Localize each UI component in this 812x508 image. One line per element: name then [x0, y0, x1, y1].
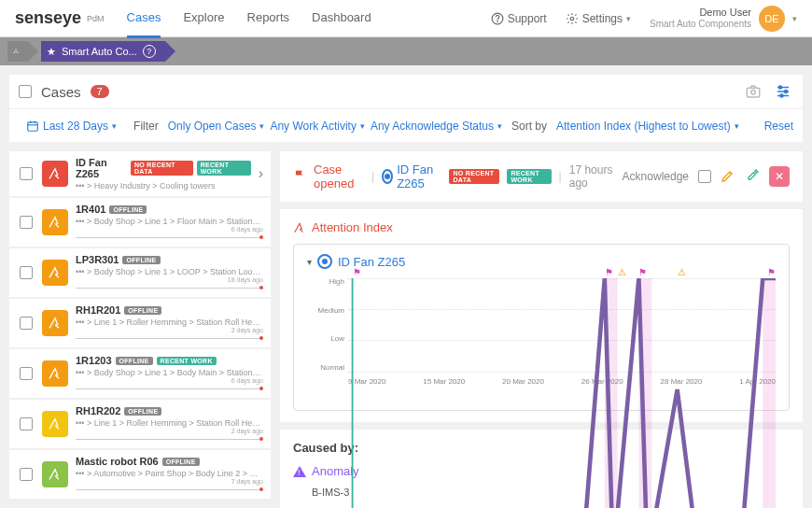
attention-chart[interactable]: High Medium Low Normal ⚑ ⚑ ⚠ ⚑ ⚠ ⚑ [348, 278, 776, 372]
svg-rect-4 [14, 52, 15, 53]
attention-icon [293, 221, 306, 234]
case-name: Mastic robot R06 [76, 456, 159, 467]
svg-point-11 [779, 86, 782, 89]
tab-reports[interactable]: Reports [247, 0, 290, 38]
case-checkbox[interactable] [20, 468, 33, 481]
attention-title: Attention Index [293, 220, 790, 234]
acknowledge-checkbox[interactable] [698, 170, 711, 183]
activity-filter[interactable]: Any Work Activity▾ [270, 120, 364, 133]
open-filter[interactable]: Only Open Cases▾ [168, 120, 265, 133]
calendar-icon [26, 120, 39, 133]
breadcrumb-root[interactable] [7, 41, 28, 62]
tab-cases[interactable]: Cases [127, 0, 161, 38]
case-checkbox[interactable] [20, 216, 33, 229]
case-name: 1R401 [76, 204, 105, 215]
edit-icon[interactable] [721, 168, 735, 186]
breadcrumb-item[interactable]: ★ Smart Auto Co... ? [41, 41, 165, 62]
acknowledge-label: Acknowledge [623, 170, 689, 183]
flag-marker-icon: ⚑ [605, 267, 613, 277]
svg-rect-20 [763, 278, 776, 508]
case-name: LP3R301 [76, 254, 119, 265]
case-path: ••• > Automotive > Paint Shop > Body Lin… [76, 469, 263, 478]
info-icon[interactable]: ? [143, 45, 156, 58]
attention-section: Attention Index ▾ ID Fan Z265 High Mediu… [280, 209, 803, 422]
target-icon [382, 169, 393, 184]
severity-icon [42, 461, 68, 487]
warning-marker-icon: ⚠ [618, 267, 626, 277]
nav-tabs: Cases Explore Reports Dashboard [127, 0, 371, 38]
svg-point-7 [751, 91, 756, 95]
acknowledge-filter[interactable]: Any Acknowledge Status▾ [371, 120, 502, 133]
svg-point-2 [570, 17, 574, 21]
case-row[interactable]: LP3R301OFFLINE ••• > Body Shop > Line 1 … [9, 248, 271, 297]
flag-icon [293, 169, 306, 185]
case-row[interactable]: RH1R202OFFLINE ••• > Line 1 > Roller Hem… [9, 400, 271, 448]
user-name: Demo User [650, 7, 751, 19]
help-icon [491, 12, 504, 25]
svg-rect-14 [28, 121, 38, 130]
sort-label: Sort by [511, 120, 547, 133]
status-pill: NO RECENT DATA [131, 161, 193, 176]
tab-dashboard[interactable]: Dashboard [312, 0, 371, 38]
case-path: ••• > Heavy Industry > Cooling towers [76, 181, 251, 190]
status-pill: RECENT WORK [197, 161, 251, 176]
severity-icon [42, 411, 68, 437]
user-org: Smart Auto Components [650, 19, 751, 30]
svg-point-13 [780, 94, 783, 97]
cases-count-badge: 7 [91, 85, 109, 98]
flag-marker-icon: ⚑ [353, 267, 361, 277]
sparkline: 6 days ago [76, 379, 263, 392]
status-pill: OFFLINE [109, 205, 147, 214]
sparkline: 6 days ago [76, 228, 263, 241]
date-filter[interactable]: Last 28 Days▾ [19, 116, 124, 136]
chevron-down-icon: ▾ [626, 14, 631, 23]
breadcrumb-bar: ★ Smart Auto Co... ? [0, 37, 812, 65]
status-pill: OFFLINE [122, 256, 160, 264]
case-row[interactable]: RH1R201OFFLINE ••• > Line 1 > Roller Hem… [9, 299, 271, 347]
status-pill: OFFLINE [124, 407, 161, 416]
sparkline: 2 days ago [76, 329, 263, 342]
case-checkbox[interactable] [20, 367, 33, 380]
topbar: senseye PdM Cases Explore Reports Dashbo… [0, 0, 812, 37]
page-title: Cases [41, 84, 81, 100]
avatar: DE [759, 6, 785, 32]
flag-marker-icon: ⚑ [767, 267, 776, 277]
camera-icon[interactable] [743, 81, 763, 102]
support-link[interactable]: Support [491, 12, 547, 25]
filter-settings-icon[interactable] [773, 81, 793, 102]
case-checkbox[interactable] [20, 167, 33, 180]
y-axis: High Medium Low Normal [307, 278, 344, 372]
case-checkbox[interactable] [20, 317, 33, 330]
sparkline: 7 days ago [76, 480, 263, 493]
no-recent-data-pill: NO RECENT DATA [449, 169, 499, 184]
severity-icon [42, 260, 68, 286]
case-row[interactable]: ID Fan Z265NO RECENT DATARECENT WORK •••… [9, 151, 271, 196]
status-pill: RECENT WORK [157, 357, 217, 365]
recent-work-pill: RECENT WORK [507, 169, 551, 184]
detail-header: Case opened | ID Fan Z265 NO RECENT DATA… [280, 151, 803, 202]
svg-rect-6 [747, 88, 760, 97]
case-name: RH1R202 [76, 405, 120, 416]
close-button[interactable]: ✕ [769, 166, 790, 187]
sort-filter[interactable]: Attention Index (Highest to Lowest)▾ [556, 120, 739, 133]
status-pill: OFFLINE [124, 306, 161, 315]
tools-icon[interactable] [745, 168, 760, 186]
case-row[interactable]: 1R1203OFFLINERECENT WORK ••• > Body Shop… [9, 349, 271, 398]
svg-rect-3 [16, 49, 17, 50]
tab-explore[interactable]: Explore [183, 0, 224, 38]
cases-header: Cases 7 [9, 75, 803, 108]
reset-button[interactable]: Reset [764, 120, 793, 133]
case-checkbox[interactable] [20, 266, 33, 279]
select-all-checkbox[interactable] [19, 85, 32, 98]
case-row[interactable]: 1R401OFFLINE ••• > Body Shop > Line 1 > … [9, 198, 271, 247]
severity-icon [42, 161, 68, 187]
asset-link[interactable]: ID Fan Z265 [382, 162, 441, 190]
chart-line [348, 278, 776, 508]
star-icon: ★ [47, 46, 56, 58]
logo: senseye [15, 8, 81, 28]
settings-link[interactable]: Settings ▾ [566, 12, 631, 25]
user-menu[interactable]: Demo User Smart Auto Components DE ▾ [650, 6, 797, 32]
collapse-icon: ▾ [307, 257, 312, 267]
case-checkbox[interactable] [20, 417, 33, 430]
case-row[interactable]: Mastic robot R06OFFLINE ••• > Automotive… [9, 450, 271, 499]
